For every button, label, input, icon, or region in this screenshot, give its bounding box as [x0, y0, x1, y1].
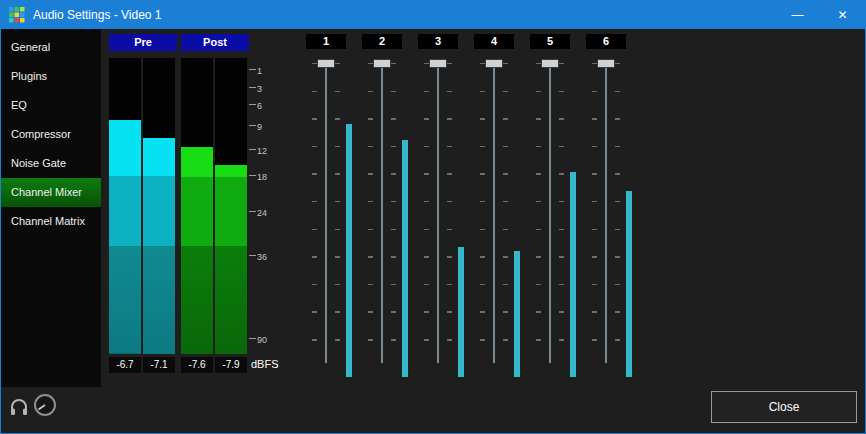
channel-level-fill [626, 191, 632, 377]
slider-ticks [447, 63, 452, 363]
slider-ticks [368, 63, 373, 363]
slider-handle[interactable] [485, 59, 503, 68]
minimize-button[interactable]: — [775, 1, 820, 29]
close-window-button[interactable]: ✕ [820, 1, 865, 29]
slider-ticks [480, 63, 485, 363]
channel-volume-slider[interactable] [368, 59, 396, 363]
channel-volume-slider[interactable] [312, 59, 340, 363]
post-meter-right [215, 58, 247, 354]
scale-mark: 9 [249, 123, 262, 132]
slider-ticks [559, 63, 564, 363]
pre-meter-label: Pre [109, 34, 177, 51]
slider-ticks [424, 63, 429, 363]
channel-strip-1: 1 [304, 33, 356, 381]
channel-strip-2: 2 [360, 33, 412, 381]
slider-track[interactable] [437, 62, 439, 363]
channel-volume-slider[interactable] [536, 59, 564, 363]
channel-volume-slider[interactable] [592, 59, 620, 363]
slider-track[interactable] [325, 62, 327, 363]
channel-level-meter [458, 61, 464, 377]
scale-label: 3 [257, 85, 262, 94]
post-meter-label: Post [181, 34, 249, 51]
sidebar-item-eq[interactable]: EQ [1, 91, 101, 120]
post-meter-right-fill [215, 165, 247, 354]
pre-meter-value-left: -6.7 [109, 357, 141, 373]
scale-label: 9 [257, 123, 262, 132]
scale-mark: 90 [249, 336, 267, 345]
slider-ticks [592, 63, 597, 363]
scale-tick [249, 149, 256, 150]
channel-level-fill [346, 124, 352, 377]
pre-meter-left [109, 58, 141, 354]
channel-level-fill [402, 140, 408, 377]
channel-level-meter [402, 61, 408, 377]
scale-tick [249, 338, 256, 339]
channel-level-meter [514, 61, 520, 377]
scale-tick [249, 69, 256, 70]
dbfs-unit-label: dBFS [251, 358, 279, 370]
sidebar-item-general[interactable]: General [1, 33, 101, 62]
sidebar-item-plugins[interactable]: Plugins [1, 62, 101, 91]
pre-meter-right-fill [143, 138, 175, 354]
scale-label: 1 [257, 67, 262, 76]
channel-level-fill [458, 247, 464, 377]
channel-strip-5: 5 [528, 33, 580, 381]
channel-number: 2 [362, 34, 402, 49]
scale-mark: 1 [249, 67, 262, 76]
channel-level-meter [626, 61, 632, 377]
scale-tick [249, 125, 256, 126]
app-icon[interactable] [9, 7, 25, 23]
scale-mark: 12 [249, 147, 267, 156]
channel-number: 5 [530, 34, 570, 49]
channel-level-fill [570, 172, 576, 377]
scale-mark: 18 [249, 173, 267, 182]
post-meter-left-fill [181, 147, 213, 354]
slider-ticks [312, 63, 317, 363]
scale-mark: 24 [249, 209, 267, 218]
sidebar-item-compressor[interactable]: Compressor [1, 120, 101, 149]
scale-tick [249, 175, 256, 176]
channel-number: 1 [306, 34, 346, 49]
master-volume-knob[interactable] [33, 393, 57, 417]
headphones-icon[interactable] [9, 397, 29, 417]
scale-tick [249, 104, 256, 105]
sidebar-item-noise-gate[interactable]: Noise Gate [1, 149, 101, 178]
scale-tick [249, 87, 256, 88]
slider-track[interactable] [493, 62, 495, 363]
sidebar-item-channel-matrix[interactable]: Channel Matrix [1, 207, 101, 236]
channel-number: 6 [586, 34, 626, 49]
titlebar: Audio Settings - Video 1 — ✕ [1, 1, 865, 29]
pre-meter-value-right: -7.1 [143, 357, 175, 373]
pre-meter-right [143, 58, 175, 354]
slider-track[interactable] [605, 62, 607, 363]
scale-mark: 6 [249, 102, 262, 111]
slider-track[interactable] [549, 62, 551, 363]
scale-label: 36 [257, 253, 267, 262]
channel-strip-3: 3 [416, 33, 468, 381]
slider-handle[interactable] [373, 59, 391, 68]
close-button[interactable]: Close [711, 391, 857, 423]
slider-handle[interactable] [597, 59, 615, 68]
audio-settings-window: Audio Settings - Video 1 — ✕ General Plu… [0, 0, 866, 434]
channel-level-meter [346, 61, 352, 377]
channel-volume-slider[interactable] [480, 59, 508, 363]
slider-handle[interactable] [317, 59, 335, 68]
scale-label: 18 [257, 173, 267, 182]
post-meter-left [181, 58, 213, 354]
scale-label: 24 [257, 209, 267, 218]
channel-level-meter [570, 61, 576, 377]
slider-ticks [503, 63, 508, 363]
channel-level-fill [514, 251, 520, 377]
scale-mark: 36 [249, 253, 267, 262]
slider-handle[interactable] [429, 59, 447, 68]
slider-handle[interactable] [541, 59, 559, 68]
post-meter-value-right: -7.9 [215, 357, 247, 373]
slider-ticks [391, 63, 396, 363]
scale-label: 12 [257, 147, 267, 156]
scale-tick [249, 211, 256, 212]
meter-scale: 1 3 6 9 12 18 24 36 90 [249, 58, 281, 354]
channel-volume-slider[interactable] [424, 59, 452, 363]
slider-track[interactable] [381, 62, 383, 363]
scale-label: 6 [257, 102, 262, 111]
sidebar-item-channel-mixer[interactable]: Channel Mixer [1, 178, 101, 207]
